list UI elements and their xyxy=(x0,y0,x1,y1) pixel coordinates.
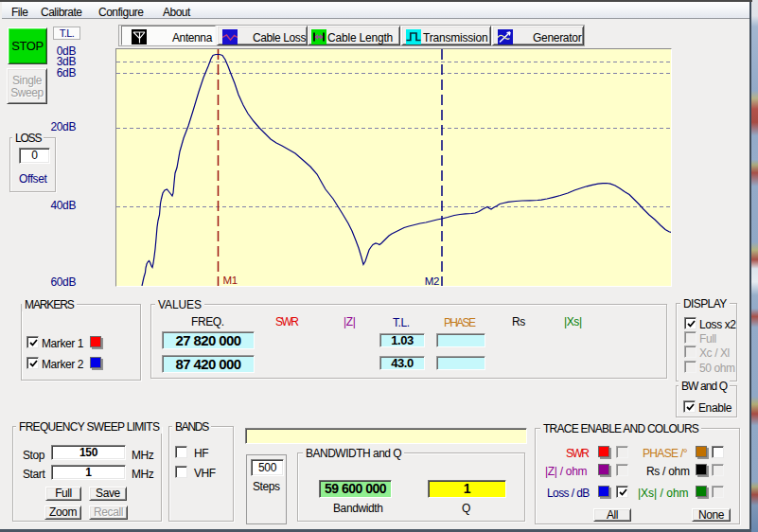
svg-text:M2: M2 xyxy=(425,275,439,287)
svg-text:M1: M1 xyxy=(223,275,238,286)
